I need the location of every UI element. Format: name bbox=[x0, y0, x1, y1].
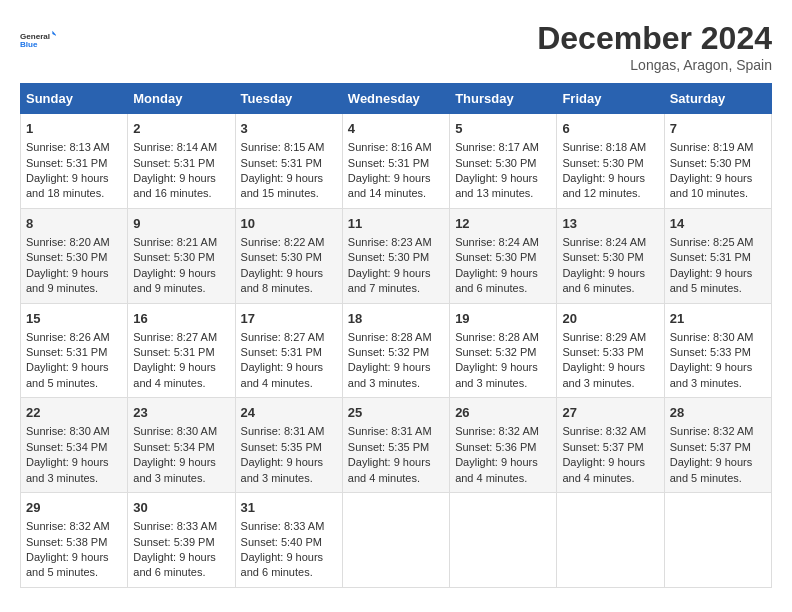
daylight-text: Daylight: 9 hours and 3 minutes. bbox=[348, 361, 431, 388]
calendar-week-2: 8Sunrise: 8:20 AMSunset: 5:30 PMDaylight… bbox=[21, 208, 772, 303]
calendar-cell: 1Sunrise: 8:13 AMSunset: 5:31 PMDaylight… bbox=[21, 114, 128, 209]
calendar-cell bbox=[664, 493, 771, 588]
daylight-text: Daylight: 9 hours and 4 minutes. bbox=[455, 456, 538, 483]
day-number: 2 bbox=[133, 120, 229, 138]
sunset-text: Sunset: 5:33 PM bbox=[670, 346, 751, 358]
calendar-cell: 24Sunrise: 8:31 AMSunset: 5:35 PMDayligh… bbox=[235, 398, 342, 493]
sunset-text: Sunset: 5:30 PM bbox=[670, 157, 751, 169]
daylight-text: Daylight: 9 hours and 3 minutes. bbox=[670, 361, 753, 388]
day-number: 22 bbox=[26, 404, 122, 422]
sunset-text: Sunset: 5:31 PM bbox=[241, 346, 322, 358]
daylight-text: Daylight: 9 hours and 5 minutes. bbox=[670, 456, 753, 483]
calendar-cell: 17Sunrise: 8:27 AMSunset: 5:31 PMDayligh… bbox=[235, 303, 342, 398]
location: Longas, Aragon, Spain bbox=[537, 57, 772, 73]
calendar-cell: 19Sunrise: 8:28 AMSunset: 5:32 PMDayligh… bbox=[450, 303, 557, 398]
sunset-text: Sunset: 5:37 PM bbox=[670, 441, 751, 453]
sunset-text: Sunset: 5:30 PM bbox=[562, 251, 643, 263]
sunrise-text: Sunrise: 8:24 AM bbox=[562, 236, 646, 248]
calendar-week-4: 22Sunrise: 8:30 AMSunset: 5:34 PMDayligh… bbox=[21, 398, 772, 493]
sunrise-text: Sunrise: 8:20 AM bbox=[26, 236, 110, 248]
page-header: General Blue December 2024 Longas, Arago… bbox=[20, 20, 772, 73]
calendar-cell: 10Sunrise: 8:22 AMSunset: 5:30 PMDayligh… bbox=[235, 208, 342, 303]
sunrise-text: Sunrise: 8:13 AM bbox=[26, 141, 110, 153]
daylight-text: Daylight: 9 hours and 6 minutes. bbox=[133, 551, 216, 578]
sunset-text: Sunset: 5:31 PM bbox=[26, 346, 107, 358]
sunrise-text: Sunrise: 8:30 AM bbox=[26, 425, 110, 437]
sunrise-text: Sunrise: 8:24 AM bbox=[455, 236, 539, 248]
sunset-text: Sunset: 5:37 PM bbox=[562, 441, 643, 453]
sunrise-text: Sunrise: 8:28 AM bbox=[348, 331, 432, 343]
svg-marker-2 bbox=[52, 31, 56, 36]
day-number: 1 bbox=[26, 120, 122, 138]
day-number: 14 bbox=[670, 215, 766, 233]
header-row: SundayMondayTuesdayWednesdayThursdayFrid… bbox=[21, 84, 772, 114]
day-number: 23 bbox=[133, 404, 229, 422]
daylight-text: Daylight: 9 hours and 9 minutes. bbox=[133, 267, 216, 294]
calendar-cell: 7Sunrise: 8:19 AMSunset: 5:30 PMDaylight… bbox=[664, 114, 771, 209]
calendar-cell bbox=[450, 493, 557, 588]
daylight-text: Daylight: 9 hours and 4 minutes. bbox=[133, 361, 216, 388]
calendar-cell: 4Sunrise: 8:16 AMSunset: 5:31 PMDaylight… bbox=[342, 114, 449, 209]
header-day-thursday: Thursday bbox=[450, 84, 557, 114]
day-number: 15 bbox=[26, 310, 122, 328]
sunrise-text: Sunrise: 8:22 AM bbox=[241, 236, 325, 248]
sunset-text: Sunset: 5:31 PM bbox=[26, 157, 107, 169]
calendar-cell: 22Sunrise: 8:30 AMSunset: 5:34 PMDayligh… bbox=[21, 398, 128, 493]
daylight-text: Daylight: 9 hours and 16 minutes. bbox=[133, 172, 216, 199]
daylight-text: Daylight: 9 hours and 14 minutes. bbox=[348, 172, 431, 199]
daylight-text: Daylight: 9 hours and 18 minutes. bbox=[26, 172, 109, 199]
sunrise-text: Sunrise: 8:25 AM bbox=[670, 236, 754, 248]
calendar-week-3: 15Sunrise: 8:26 AMSunset: 5:31 PMDayligh… bbox=[21, 303, 772, 398]
calendar-table: SundayMondayTuesdayWednesdayThursdayFrid… bbox=[20, 83, 772, 588]
calendar-cell: 6Sunrise: 8:18 AMSunset: 5:30 PMDaylight… bbox=[557, 114, 664, 209]
daylight-text: Daylight: 9 hours and 3 minutes. bbox=[241, 456, 324, 483]
daylight-text: Daylight: 9 hours and 5 minutes. bbox=[670, 267, 753, 294]
day-number: 12 bbox=[455, 215, 551, 233]
calendar-cell: 3Sunrise: 8:15 AMSunset: 5:31 PMDaylight… bbox=[235, 114, 342, 209]
sunrise-text: Sunrise: 8:32 AM bbox=[670, 425, 754, 437]
calendar-cell: 23Sunrise: 8:30 AMSunset: 5:34 PMDayligh… bbox=[128, 398, 235, 493]
day-number: 7 bbox=[670, 120, 766, 138]
daylight-text: Daylight: 9 hours and 12 minutes. bbox=[562, 172, 645, 199]
sunset-text: Sunset: 5:35 PM bbox=[241, 441, 322, 453]
daylight-text: Daylight: 9 hours and 10 minutes. bbox=[670, 172, 753, 199]
sunset-text: Sunset: 5:31 PM bbox=[241, 157, 322, 169]
calendar-cell bbox=[557, 493, 664, 588]
sunset-text: Sunset: 5:30 PM bbox=[455, 251, 536, 263]
day-number: 6 bbox=[562, 120, 658, 138]
sunset-text: Sunset: 5:31 PM bbox=[348, 157, 429, 169]
daylight-text: Daylight: 9 hours and 4 minutes. bbox=[562, 456, 645, 483]
sunrise-text: Sunrise: 8:31 AM bbox=[241, 425, 325, 437]
sunset-text: Sunset: 5:30 PM bbox=[241, 251, 322, 263]
sunset-text: Sunset: 5:34 PM bbox=[133, 441, 214, 453]
sunrise-text: Sunrise: 8:14 AM bbox=[133, 141, 217, 153]
calendar-cell: 18Sunrise: 8:28 AMSunset: 5:32 PMDayligh… bbox=[342, 303, 449, 398]
calendar-week-1: 1Sunrise: 8:13 AMSunset: 5:31 PMDaylight… bbox=[21, 114, 772, 209]
day-number: 16 bbox=[133, 310, 229, 328]
sunrise-text: Sunrise: 8:27 AM bbox=[241, 331, 325, 343]
daylight-text: Daylight: 9 hours and 6 minutes. bbox=[562, 267, 645, 294]
day-number: 11 bbox=[348, 215, 444, 233]
day-number: 20 bbox=[562, 310, 658, 328]
day-number: 21 bbox=[670, 310, 766, 328]
calendar-cell: 21Sunrise: 8:30 AMSunset: 5:33 PMDayligh… bbox=[664, 303, 771, 398]
day-number: 29 bbox=[26, 499, 122, 517]
sunset-text: Sunset: 5:34 PM bbox=[26, 441, 107, 453]
sunset-text: Sunset: 5:39 PM bbox=[133, 536, 214, 548]
calendar-cell: 31Sunrise: 8:33 AMSunset: 5:40 PMDayligh… bbox=[235, 493, 342, 588]
sunrise-text: Sunrise: 8:18 AM bbox=[562, 141, 646, 153]
day-number: 5 bbox=[455, 120, 551, 138]
header-day-sunday: Sunday bbox=[21, 84, 128, 114]
calendar-cell: 5Sunrise: 8:17 AMSunset: 5:30 PMDaylight… bbox=[450, 114, 557, 209]
calendar-cell: 13Sunrise: 8:24 AMSunset: 5:30 PMDayligh… bbox=[557, 208, 664, 303]
sunrise-text: Sunrise: 8:15 AM bbox=[241, 141, 325, 153]
sunrise-text: Sunrise: 8:26 AM bbox=[26, 331, 110, 343]
sunset-text: Sunset: 5:40 PM bbox=[241, 536, 322, 548]
title-block: December 2024 Longas, Aragon, Spain bbox=[537, 20, 772, 73]
day-number: 13 bbox=[562, 215, 658, 233]
sunrise-text: Sunrise: 8:31 AM bbox=[348, 425, 432, 437]
header-day-friday: Friday bbox=[557, 84, 664, 114]
sunrise-text: Sunrise: 8:29 AM bbox=[562, 331, 646, 343]
day-number: 19 bbox=[455, 310, 551, 328]
calendar-week-5: 29Sunrise: 8:32 AMSunset: 5:38 PMDayligh… bbox=[21, 493, 772, 588]
